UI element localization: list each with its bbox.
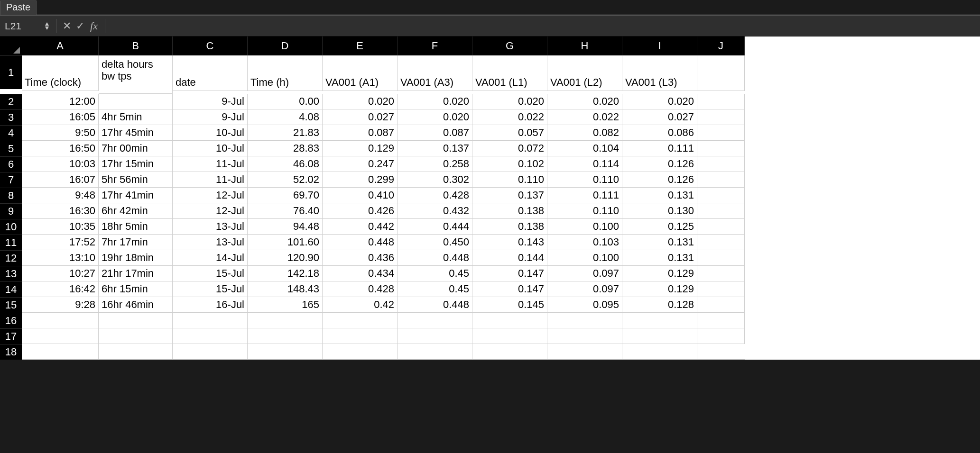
cell-F5[interactable]: 0.137 xyxy=(398,141,472,156)
cell-J1[interactable] xyxy=(697,55,745,91)
cell-C15[interactable]: 16-Jul xyxy=(173,297,248,313)
cell-B4[interactable]: 17hr 45min xyxy=(99,125,173,141)
cell-B13[interactable]: 21hr 17min xyxy=(99,266,173,281)
cell-A3[interactable]: 16:05 xyxy=(22,109,99,125)
cell-F12[interactable]: 0.448 xyxy=(398,250,472,266)
cell-J2[interactable] xyxy=(697,94,745,109)
cell-G1[interactable]: VA001 (L1) xyxy=(472,55,547,91)
cell-J7[interactable] xyxy=(697,172,745,188)
cell-E7[interactable]: 0.299 xyxy=(323,172,398,188)
cell-E1[interactable]: VA001 (A1) xyxy=(323,55,398,91)
cell-E4[interactable]: 0.087 xyxy=(323,125,398,141)
cell-G6[interactable]: 0.102 xyxy=(472,156,547,172)
column-header-D[interactable]: D xyxy=(248,36,323,55)
fx-label[interactable]: fx xyxy=(87,20,101,32)
cell-I16[interactable] xyxy=(622,313,697,328)
cell-A2[interactable]: 12:00 xyxy=(22,94,99,109)
cell-A1[interactable]: Time (clock) xyxy=(22,55,99,91)
cell-B11[interactable]: 7hr 17min xyxy=(99,235,173,250)
cell-G17[interactable] xyxy=(472,328,547,344)
cell-B14[interactable]: 6hr 15min xyxy=(99,281,173,297)
cell-E14[interactable]: 0.428 xyxy=(323,281,398,297)
cell-A4[interactable]: 9:50 xyxy=(22,125,99,141)
cell-D8[interactable]: 69.70 xyxy=(248,188,323,203)
cell-I10[interactable]: 0.125 xyxy=(622,219,697,235)
cell-G13[interactable]: 0.147 xyxy=(472,266,547,281)
cell-F13[interactable]: 0.45 xyxy=(398,266,472,281)
cell-F8[interactable]: 0.428 xyxy=(398,188,472,203)
cell-G8[interactable]: 0.137 xyxy=(472,188,547,203)
cell-F17[interactable] xyxy=(398,328,472,344)
cell-C17[interactable] xyxy=(173,328,248,344)
cell-J9[interactable] xyxy=(697,203,745,219)
cell-G16[interactable] xyxy=(472,313,547,328)
cell-C18[interactable] xyxy=(173,344,248,360)
cell-A10[interactable]: 10:35 xyxy=(22,219,99,235)
cell-F4[interactable]: 0.087 xyxy=(398,125,472,141)
cell-C9[interactable]: 12-Jul xyxy=(173,203,248,219)
cell-F9[interactable]: 0.432 xyxy=(398,203,472,219)
cell-B1[interactable]: delta hours bw tps xyxy=(99,55,173,94)
cell-H13[interactable]: 0.097 xyxy=(547,266,622,281)
cell-H8[interactable]: 0.111 xyxy=(547,188,622,203)
cell-G9[interactable]: 0.138 xyxy=(472,203,547,219)
row-header-10[interactable]: 10 xyxy=(0,219,22,235)
row-header-9[interactable]: 9 xyxy=(0,203,22,219)
cell-A18[interactable] xyxy=(22,344,99,360)
cell-E2[interactable]: 0.020 xyxy=(323,94,398,109)
cell-E3[interactable]: 0.027 xyxy=(323,109,398,125)
column-header-J[interactable]: J xyxy=(697,36,745,55)
cell-F14[interactable]: 0.45 xyxy=(398,281,472,297)
row-header-5[interactable]: 5 xyxy=(0,141,22,156)
name-box[interactable]: L21 xyxy=(0,20,52,32)
cell-A14[interactable]: 16:42 xyxy=(22,281,99,297)
spreadsheet-grid[interactable]: ABCDEFGHIJ1Time (clock)delta hours bw tp… xyxy=(0,36,980,360)
cell-A5[interactable]: 16:50 xyxy=(22,141,99,156)
cell-H12[interactable]: 0.100 xyxy=(547,250,622,266)
cell-B9[interactable]: 6hr 42min xyxy=(99,203,173,219)
column-header-G[interactable]: G xyxy=(472,36,547,55)
cell-E16[interactable] xyxy=(323,313,398,328)
cell-C4[interactable]: 10-Jul xyxy=(173,125,248,141)
cell-A17[interactable] xyxy=(22,328,99,344)
cell-F2[interactable]: 0.020 xyxy=(398,94,472,109)
cell-B18[interactable] xyxy=(99,344,173,360)
cell-C3[interactable]: 9-Jul xyxy=(173,109,248,125)
cell-H10[interactable]: 0.100 xyxy=(547,219,622,235)
cell-D12[interactable]: 120.90 xyxy=(248,250,323,266)
cell-I8[interactable]: 0.131 xyxy=(622,188,697,203)
cell-J5[interactable] xyxy=(697,141,745,156)
column-header-A[interactable]: A xyxy=(22,36,99,55)
cell-H17[interactable] xyxy=(547,328,622,344)
cell-G3[interactable]: 0.022 xyxy=(472,109,547,125)
cell-E17[interactable] xyxy=(323,328,398,344)
cell-I4[interactable]: 0.086 xyxy=(622,125,697,141)
cell-B3[interactable]: 4hr 5min xyxy=(99,109,173,125)
cell-J12[interactable] xyxy=(697,250,745,266)
cell-A8[interactable]: 9:48 xyxy=(22,188,99,203)
column-header-C[interactable]: C xyxy=(173,36,248,55)
cell-A13[interactable]: 10:27 xyxy=(22,266,99,281)
cell-D4[interactable]: 21.83 xyxy=(248,125,323,141)
cell-J16[interactable] xyxy=(697,313,745,328)
cell-E12[interactable]: 0.436 xyxy=(323,250,398,266)
row-header-8[interactable]: 8 xyxy=(0,188,22,203)
row-header-15[interactable]: 15 xyxy=(0,297,22,313)
cell-B16[interactable] xyxy=(99,313,173,328)
cell-F3[interactable]: 0.020 xyxy=(398,109,472,125)
cell-H5[interactable]: 0.104 xyxy=(547,141,622,156)
cell-C1[interactable]: date xyxy=(173,55,248,91)
cancel-button[interactable]: ✕ xyxy=(60,20,74,32)
column-header-I[interactable]: I xyxy=(622,36,697,55)
cell-A16[interactable] xyxy=(22,313,99,328)
cell-D13[interactable]: 142.18 xyxy=(248,266,323,281)
cell-A11[interactable]: 17:52 xyxy=(22,235,99,250)
row-header-6[interactable]: 6 xyxy=(0,156,22,172)
cell-C2[interactable]: 9-Jul xyxy=(173,94,248,109)
cell-C13[interactable]: 15-Jul xyxy=(173,266,248,281)
cell-G7[interactable]: 0.110 xyxy=(472,172,547,188)
cell-B12[interactable]: 19hr 18min xyxy=(99,250,173,266)
cell-H1[interactable]: VA001 (L2) xyxy=(547,55,622,91)
column-header-F[interactable]: F xyxy=(398,36,472,55)
column-header-H[interactable]: H xyxy=(547,36,622,55)
